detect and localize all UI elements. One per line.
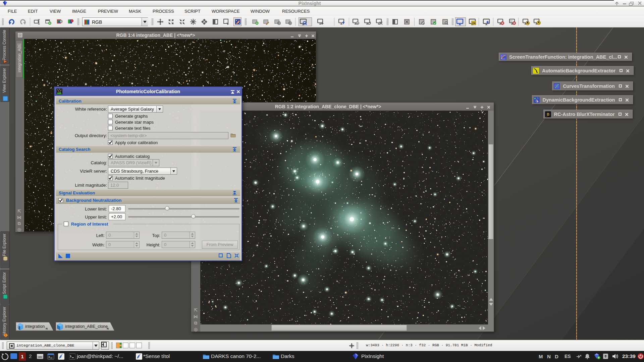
svg-text:24: 24 [472, 21, 475, 25]
svg-text:XISF: XISF [16, 324, 19, 329]
svg-text:B: B [547, 112, 549, 116]
